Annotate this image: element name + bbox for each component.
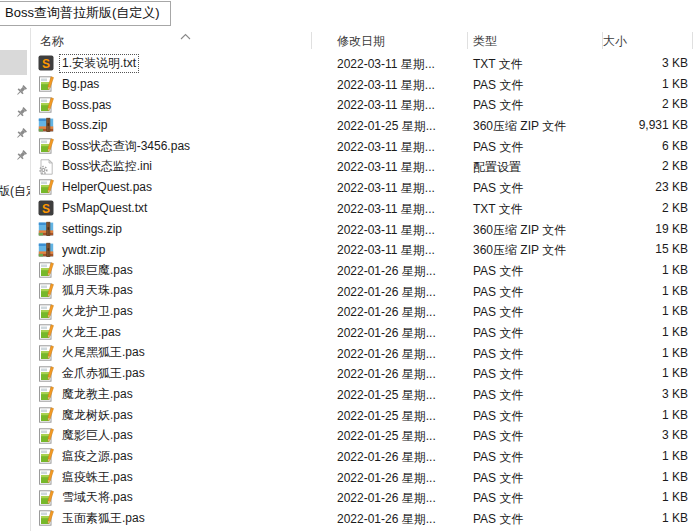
file-type-icon: S [38,200,54,216]
pushpin-icon[interactable] [15,127,28,140]
table-row[interactable]: S [30,198,700,219]
file-name: 魔影巨人.pas [59,426,136,445]
file-size: 1 KB [662,77,688,91]
file-list-body: S [30,53,700,529]
table-row[interactable]: S [30,343,700,364]
header-separator[interactable] [311,32,312,49]
column-header-type[interactable]: 类型 [473,33,497,50]
file-name: 火龙护卫.pas [59,302,136,321]
table-row[interactable]: S [30,405,700,426]
table-row[interactable]: S [30,219,700,240]
table-row[interactable]: S [30,281,700,302]
file-name-cell: S [38,177,155,198]
file-name: Bg.pas [59,76,102,92]
file-size: 1 KB [662,408,688,422]
file-size: 1 KB [662,263,688,277]
table-row[interactable]: S [30,446,700,467]
file-date-modified: 2022-01-25 星期... [337,408,436,425]
file-type: PAS 文件 [473,325,523,342]
file-name-cell: S [38,301,136,322]
file-type-icon: S [38,345,54,361]
file-type-icon: S [38,448,54,464]
file-size: 3 KB [662,387,688,401]
svg-text:S: S [42,57,50,71]
file-size: 1 KB [662,284,688,298]
header-separator[interactable] [692,32,693,49]
file-date-modified: 2022-01-25 星期... [337,118,436,135]
file-type: 360压缩 ZIP 文件 [473,222,566,239]
file-size: 2 KB [662,97,688,111]
table-row[interactable]: S [30,94,700,115]
file-name: settings.zip [59,221,125,237]
table-row[interactable]: S [30,363,700,384]
file-name-cell: S [38,260,136,281]
table-row[interactable]: S [30,467,700,488]
file-type: PAS 文件 [473,139,523,156]
table-row[interactable]: S [30,136,700,157]
table-row[interactable]: S [30,156,700,177]
file-size: 1 KB [662,346,688,360]
table-row[interactable]: S [30,322,700,343]
file-name-cell: S [38,115,110,136]
column-header-size[interactable]: 大小 [603,33,627,50]
file-type-icon: S [38,428,54,444]
nav-selected-item-fragment[interactable] [0,50,27,75]
column-header-date-modified[interactable]: 修改日期 [337,33,385,50]
file-type: PAS 文件 [473,346,523,363]
file-name-cell: S [38,508,148,529]
table-row[interactable]: S [30,177,700,198]
file-type-icon: S [38,510,54,526]
file-date-modified: 2022-01-25 星期... [337,387,436,404]
window-title-tab[interactable]: Boss查询普拉斯版(自定义) [0,1,171,26]
file-size: 9,931 KB [639,118,688,132]
table-row[interactable]: S [30,53,700,74]
pushpin-icon[interactable] [15,149,28,162]
table-row[interactable]: S [30,425,700,446]
table-row[interactable]: S [30,260,700,281]
table-row[interactable]: S [30,487,700,508]
table-row[interactable]: S [30,508,700,529]
file-size: 3 KB [662,56,688,70]
file-type: 360压缩 ZIP 文件 [473,118,566,135]
file-name-cell: S [38,425,136,446]
file-type: PAS 文件 [473,449,523,466]
header-separator[interactable] [467,32,468,49]
file-size: 2 KB [662,159,688,173]
file-size: 15 KB [655,242,688,256]
navigation-pane: 版(自定义) [0,26,30,531]
file-type: PAS 文件 [473,77,523,94]
file-type: PAS 文件 [473,263,523,280]
file-size: 1 KB [662,304,688,318]
file-size: 1 KB [662,490,688,504]
table-row[interactable]: S [30,384,700,405]
file-size: 23 KB [655,180,688,194]
file-size: 1 KB [662,366,688,380]
file-type-icon: S [38,324,54,340]
file-date-modified: 2022-03-11 星期... [337,56,435,73]
pushpin-icon[interactable] [15,84,28,97]
table-row[interactable]: S [30,115,700,136]
file-name-cell: S [38,322,124,343]
file-date-modified: 2022-03-11 星期... [337,159,435,176]
file-name-cell: S [38,281,136,302]
file-type-icon: S [38,76,54,92]
file-name: 火尾黑狐王.pas [59,343,148,362]
header-separator[interactable] [602,32,603,49]
file-size: 1 KB [662,325,688,339]
nav-item-label-fragment[interactable]: 版(自定义) [0,183,31,200]
file-name: 魔龙树妖.pas [59,406,136,425]
file-type-icon: S [38,97,54,113]
file-name-cell: S [38,363,148,384]
file-type-icon: S [38,242,54,258]
file-name-cell: S [38,467,136,488]
file-type-icon: S [38,386,54,402]
file-type: PAS 文件 [473,284,523,301]
pushpin-icon[interactable] [15,106,28,119]
table-row[interactable]: S [30,74,700,95]
file-name: 瘟疫之源.pas [59,447,136,466]
column-header-name[interactable]: 名称 [40,33,64,50]
file-name: 玉面素狐王.pas [59,509,148,528]
file-name: PsMapQuest.txt [59,200,150,216]
table-row[interactable]: S [30,301,700,322]
table-row[interactable]: S [30,239,700,260]
